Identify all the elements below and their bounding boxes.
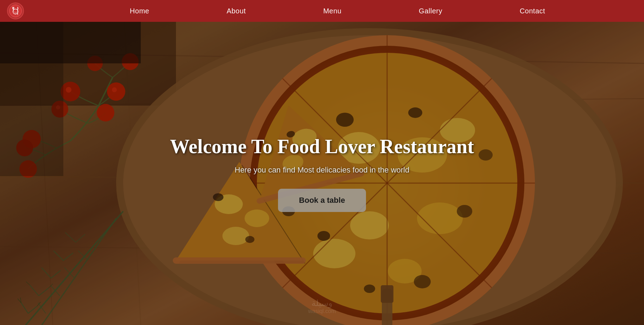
nav-item-home[interactable]: Home [130,7,149,15]
nav-link-contact[interactable]: Contact [520,7,545,15]
nav-link-gallery[interactable]: Gallery [419,7,442,15]
logo-circle: Food Lover [7,2,24,19]
logo-icon: Food Lover [9,5,22,17]
hero-title: Welcome To Food Lover Restaurant [170,135,474,158]
nav-link-home[interactable]: Home [130,7,149,15]
nav-item-contact[interactable]: Contact [520,7,545,15]
hero-subtitle: Here you can find Most delicacies food i… [170,165,474,175]
svg-text:Lover: Lover [14,13,18,14]
nav-link-menu[interactable]: Menu [323,7,341,15]
nav-links: Home About Menu Gallery Contact [91,7,584,15]
nav-item-gallery[interactable]: Gallery [419,7,442,15]
nav-item-about[interactable]: About [227,7,246,15]
hero-content: Welcome To Food Lover Restaurant Here yo… [170,113,474,212]
hero-section: Welcome To Food Lover Restaurant Here yo… [0,0,644,325]
nav-link-about[interactable]: About [227,7,246,15]
svg-text:Food: Food [14,12,17,13]
nav-item-menu[interactable]: Menu [323,7,341,15]
book-table-button[interactable]: Book a table [278,189,366,212]
logo[interactable]: Food Lover [7,2,24,19]
svg-point-0 [10,5,21,17]
navbar: Food Lover Home About Menu Gallery Conta… [0,0,644,22]
